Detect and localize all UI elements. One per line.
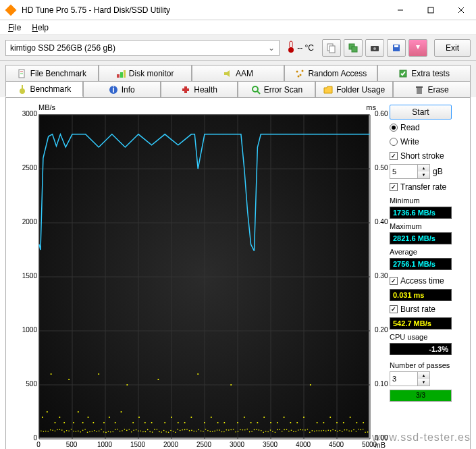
svg-point-130 <box>92 431 93 432</box>
svg-point-219 <box>298 429 299 431</box>
svg-point-229 <box>321 430 322 431</box>
extra-tests-icon <box>398 69 408 78</box>
svg-rect-20 <box>124 70 126 78</box>
svg-point-126 <box>82 430 84 431</box>
spin-up-icon[interactable]: ▲ <box>417 165 429 171</box>
svg-point-221 <box>302 429 304 431</box>
svg-point-97 <box>296 422 298 423</box>
control-panel: Start Read Write Short stroke ▲▼ gB Tran… <box>388 102 459 449</box>
menubar: File Help <box>0 20 476 35</box>
tab-folder-usage[interactable]: Folder Usage <box>315 81 393 97</box>
spin-down-icon[interactable]: ▼ <box>417 379 429 386</box>
drive-select[interactable]: kimtigo SSD 256GB (256 gB) ⌄ <box>5 40 280 56</box>
menu-file[interactable]: File <box>3 22 26 34</box>
options-button[interactable] <box>408 39 427 57</box>
svg-point-206 <box>267 431 269 433</box>
svg-point-242 <box>351 431 352 432</box>
info-icon: i <box>109 85 118 95</box>
svg-point-65 <box>92 422 94 423</box>
screenshot-button[interactable] <box>365 39 384 57</box>
svg-point-147 <box>131 431 132 433</box>
svg-point-212 <box>282 431 283 432</box>
minimize-button[interactable] <box>385 0 415 20</box>
tab-random-access[interactable]: Random Access <box>284 65 377 81</box>
svg-point-167 <box>178 429 179 430</box>
tab-file-benchmark[interactable]: File Benchmark <box>5 65 99 81</box>
svg-point-131 <box>94 430 95 431</box>
spin-down-icon[interactable]: ▼ <box>417 171 429 178</box>
svg-point-82 <box>197 373 199 375</box>
svg-point-187 <box>223 431 225 433</box>
svg-point-192 <box>235 431 236 433</box>
transfer-rate-check[interactable]: Transfer rate <box>390 181 458 193</box>
short-stroke-check[interactable]: Short stroke <box>390 150 458 162</box>
svg-rect-31 <box>182 88 189 91</box>
svg-point-249 <box>367 431 369 433</box>
passes-input[interactable]: ▲▼ <box>390 371 430 386</box>
write-radio[interactable]: Write <box>390 136 458 148</box>
svg-point-175 <box>196 431 197 432</box>
svg-point-12 <box>373 47 376 50</box>
svg-point-63 <box>82 422 84 423</box>
svg-point-102 <box>329 417 331 418</box>
chart-area: MB/s ms mB 0500100015002000250030000.000… <box>10 102 388 449</box>
svg-point-170 <box>184 429 186 431</box>
svg-point-68 <box>109 417 110 418</box>
svg-point-159 <box>159 431 160 433</box>
burst-rate-check[interactable]: Burst rate <box>390 303 458 315</box>
svg-point-95 <box>284 417 285 418</box>
tab-info[interactable]: iInfo <box>83 81 161 97</box>
svg-point-157 <box>154 429 155 430</box>
temperature-value: -- °C <box>297 43 314 53</box>
short-stroke-input[interactable]: ▲▼ <box>390 164 430 179</box>
svg-point-140 <box>115 429 116 431</box>
svg-point-32 <box>253 86 258 92</box>
benchmark-chart <box>38 114 369 438</box>
svg-point-61 <box>73 422 74 423</box>
svg-point-104 <box>343 422 344 423</box>
svg-point-111 <box>47 431 49 432</box>
copy-info-button[interactable] <box>322 39 341 57</box>
read-radio[interactable]: Read <box>390 122 458 134</box>
maximize-button[interactable] <box>415 0 446 20</box>
svg-point-77 <box>164 422 165 423</box>
svg-point-162 <box>165 431 167 433</box>
spin-up-icon[interactable]: ▲ <box>417 372 429 379</box>
svg-point-85 <box>217 422 219 423</box>
start-button[interactable]: Start <box>390 105 452 120</box>
svg-point-231 <box>325 431 327 432</box>
svg-point-218 <box>295 431 296 432</box>
svg-point-241 <box>348 431 350 432</box>
tab-error-scan[interactable]: Error Scan <box>238 81 315 97</box>
copy-screenshot-button[interactable] <box>344 39 363 57</box>
tab-erase[interactable]: Erase <box>393 81 471 97</box>
svg-point-90 <box>250 422 252 423</box>
svg-point-60 <box>68 379 70 380</box>
window-title: HD Tune Pro 5.75 - Hard Disk/SSD Utility <box>22 5 385 15</box>
exit-button[interactable]: Exit <box>434 39 471 57</box>
tab-extra-tests[interactable]: Extra tests <box>377 65 471 81</box>
svg-point-110 <box>45 431 47 432</box>
checkbox-icon <box>390 152 398 160</box>
svg-rect-10 <box>352 47 357 52</box>
svg-point-246 <box>361 429 362 431</box>
save-button[interactable] <box>387 39 406 57</box>
tab-benchmark[interactable]: Benchmark <box>5 81 83 97</box>
svg-point-203 <box>261 430 262 431</box>
tab-aam[interactable]: AAM <box>192 65 285 81</box>
tab-health[interactable]: Health <box>161 81 238 97</box>
menu-help[interactable]: Help <box>26 22 54 34</box>
svg-point-196 <box>244 429 246 431</box>
titlebar: HD Tune Pro 5.75 - Hard Disk/SSD Utility <box>0 0 476 20</box>
svg-point-144 <box>124 429 126 430</box>
svg-rect-0 <box>5 4 17 16</box>
svg-point-99 <box>310 384 311 386</box>
access-time-check[interactable]: Access time <box>390 275 458 287</box>
svg-point-118 <box>63 431 65 433</box>
close-button[interactable] <box>446 0 476 20</box>
tab-disk-monitor[interactable]: Disk monitor <box>99 65 192 81</box>
svg-rect-5 <box>290 41 292 48</box>
watermark: www.ssd-tester.es <box>372 431 471 444</box>
svg-point-23 <box>302 70 304 72</box>
temperature-display: -- °C <box>282 41 319 55</box>
